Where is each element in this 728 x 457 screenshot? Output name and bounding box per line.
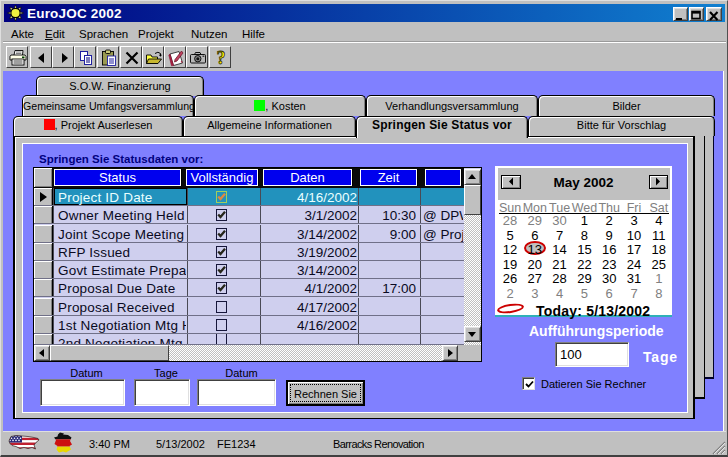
svg-text:?: ? bbox=[217, 49, 226, 67]
